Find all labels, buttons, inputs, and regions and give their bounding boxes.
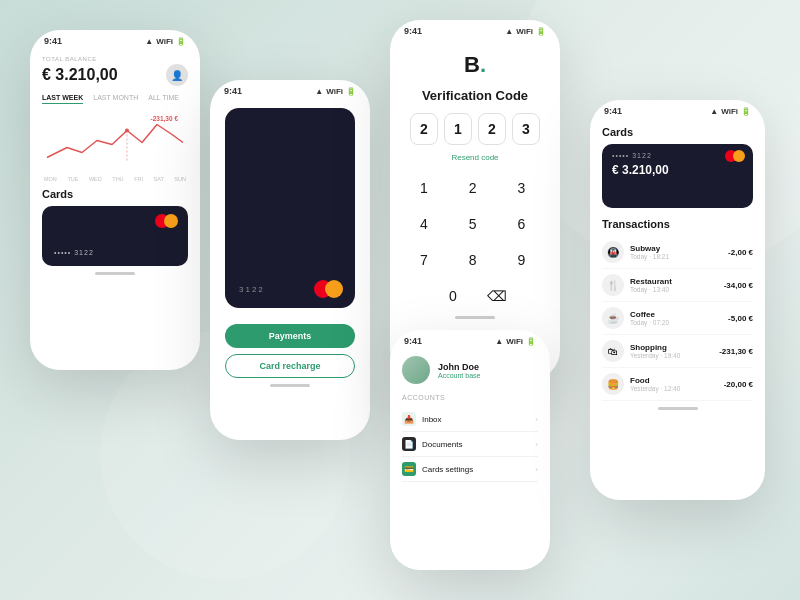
card-large-number: 3122 bbox=[239, 285, 265, 294]
numpad-5[interactable]: 5 bbox=[459, 210, 487, 238]
mastercard-logo bbox=[155, 214, 178, 228]
user-avatar[interactable]: 👤 bbox=[166, 64, 188, 86]
code-digit-2[interactable]: 1 bbox=[444, 113, 472, 145]
tab-last-week[interactable]: LAST WEEK bbox=[42, 94, 83, 104]
status-icons-2: ▲ WiFi 🔋 bbox=[315, 87, 356, 96]
numpad-3[interactable]: 3 bbox=[507, 174, 535, 202]
cards-title: Cards bbox=[42, 188, 188, 200]
txn-subway[interactable]: 🚇 Subway Today · 18:21 -2,00 € bbox=[602, 236, 753, 269]
numpad-4[interactable]: 4 bbox=[410, 210, 438, 238]
restaurant-icon: 🍴 bbox=[602, 274, 624, 296]
chart-label: -231,30 € bbox=[151, 115, 178, 122]
chevron-icon-cards: › bbox=[535, 465, 538, 474]
txn-coffee[interactable]: ☕ Coffee Today · 07:20 -5,00 € bbox=[602, 302, 753, 335]
chevron-icon-inbox: › bbox=[535, 415, 538, 424]
notch-4 bbox=[450, 330, 490, 340]
card-compact-number: ••••• 3122 bbox=[612, 152, 743, 159]
profile-info: John Doe Account base bbox=[438, 362, 480, 379]
numpad-9[interactable]: 9 bbox=[507, 246, 535, 274]
brand-logo: B. bbox=[464, 52, 486, 78]
txn-restaurant-amount: -34,00 € bbox=[724, 281, 753, 290]
card-large: 3122 bbox=[225, 108, 355, 308]
home-indicator-5 bbox=[658, 407, 698, 410]
numpad-0[interactable]: 0 bbox=[439, 282, 467, 310]
home-indicator-1 bbox=[95, 272, 135, 275]
card-number-mini: ••••• 3122 bbox=[54, 249, 176, 256]
cards-section: Cards ••••• 3122 bbox=[42, 188, 188, 266]
phone-transactions: 9:41 ▲ WiFi 🔋 Cards ••••• 3122 € 3.210,0… bbox=[590, 100, 765, 500]
chart-area: -231,30 € MON TUE WED THU FRI SAT SUN bbox=[42, 110, 188, 180]
numpad-1[interactable]: 1 bbox=[410, 174, 438, 202]
mastercard-logo-large bbox=[314, 280, 343, 298]
menu-inbox[interactable]: 📥 Inbox › bbox=[402, 407, 538, 432]
txn-subway-name: Subway bbox=[630, 244, 669, 253]
mastercard-logo-p5 bbox=[725, 150, 745, 162]
home-indicator-2 bbox=[270, 384, 310, 387]
coffee-icon: ☕ bbox=[602, 307, 624, 329]
phone-profile: 9:41 ▲ WiFi 🔋 John Doe Account base ACCO… bbox=[390, 330, 550, 570]
txn-coffee-name: Coffee bbox=[630, 310, 669, 319]
txn-subway-amount: -2,00 € bbox=[728, 248, 753, 257]
txn-restaurant-name: Restaurant bbox=[630, 277, 672, 286]
code-digit-4[interactable]: 3 bbox=[512, 113, 540, 145]
code-digit-3[interactable]: 2 bbox=[478, 113, 506, 145]
phone-card-detail: 9:41 ▲ WiFi 🔋 3122 Payments Card recharg… bbox=[210, 80, 370, 440]
home-indicator-3 bbox=[455, 316, 495, 319]
notch-2 bbox=[265, 80, 315, 94]
total-balance-label: TOTAL BALANCE bbox=[42, 56, 188, 62]
time-5: 9:41 bbox=[604, 106, 622, 116]
time-2: 9:41 bbox=[224, 86, 242, 96]
numpad-7[interactable]: 7 bbox=[410, 246, 438, 274]
documents-icon: 📄 bbox=[402, 437, 416, 451]
card-compact[interactable]: ••••• 3122 € 3.210,00 bbox=[602, 144, 753, 208]
txn-food-name: Food bbox=[630, 376, 680, 385]
txn-shopping[interactable]: 🛍 Shopping Yesterday · 19:40 -231,30 € bbox=[602, 335, 753, 368]
subway-icon: 🚇 bbox=[602, 241, 624, 263]
profile-subtitle: Account base bbox=[438, 372, 480, 379]
tab-all-time[interactable]: ALL TIME bbox=[148, 94, 179, 104]
txn-coffee-amount: -5,00 € bbox=[728, 314, 753, 323]
menu-documents-label: Documents bbox=[422, 440, 462, 449]
numpad-8[interactable]: 8 bbox=[459, 246, 487, 274]
profile-avatar bbox=[402, 356, 430, 384]
inbox-icon: 📥 bbox=[402, 412, 416, 426]
food-icon: 🍔 bbox=[602, 373, 624, 395]
time-tabs: LAST WEEK LAST MONTH ALL TIME bbox=[42, 94, 188, 104]
time-3: 9:41 bbox=[404, 26, 422, 36]
accounts-label: ACCOUNTS bbox=[402, 394, 538, 401]
menu-documents[interactable]: 📄 Documents › bbox=[402, 432, 538, 457]
time-1: 9:41 bbox=[44, 36, 62, 46]
numpad-6[interactable]: 6 bbox=[507, 210, 535, 238]
status-icons-1: ▲ WiFi 🔋 bbox=[145, 37, 186, 46]
transactions-title: Transactions bbox=[602, 218, 753, 230]
txn-shopping-name: Shopping bbox=[630, 343, 680, 352]
payments-button[interactable]: Payments bbox=[225, 324, 355, 348]
code-digit-1[interactable]: 2 bbox=[410, 113, 438, 145]
cards-settings-icon: 💳 bbox=[402, 462, 416, 476]
menu-cards-settings[interactable]: 💳 Cards settings › bbox=[402, 457, 538, 482]
card-mini[interactable]: ••••• 3122 bbox=[42, 206, 188, 266]
numpad: 1 2 3 4 5 6 7 8 9 bbox=[410, 174, 540, 274]
card-recharge-button[interactable]: Card recharge bbox=[225, 354, 355, 378]
menu-cards-settings-label: Cards settings bbox=[422, 465, 473, 474]
time-4: 9:41 bbox=[404, 336, 422, 346]
phone-verification: 9:41 ▲ WiFi 🔋 B. Verification Code 2 1 2… bbox=[390, 20, 560, 380]
resend-code-link[interactable]: Resend code bbox=[451, 153, 498, 162]
txn-restaurant[interactable]: 🍴 Restaurant Today · 13:40 -34,00 € bbox=[602, 269, 753, 302]
status-icons-3: ▲ WiFi 🔋 bbox=[505, 27, 546, 36]
status-icons-4: ▲ WiFi 🔋 bbox=[495, 337, 536, 346]
txn-food[interactable]: 🍔 Food Yesterday · 12:40 -20,00 € bbox=[602, 368, 753, 401]
numpad-bottom-row: 0 ⌫ bbox=[410, 282, 540, 310]
code-input: 2 1 2 3 bbox=[410, 113, 540, 145]
tab-last-month[interactable]: LAST MONTH bbox=[93, 94, 138, 104]
backspace-key[interactable]: ⌫ bbox=[483, 282, 511, 310]
txn-shopping-time: Yesterday · 19:40 bbox=[630, 352, 680, 359]
chart-days: MON TUE WED THU FRI SAT SUN bbox=[42, 176, 188, 182]
cards-title-p5: Cards bbox=[602, 126, 753, 138]
numpad-2[interactable]: 2 bbox=[459, 174, 487, 202]
txn-restaurant-time: Today · 13:40 bbox=[630, 286, 672, 293]
card-compact-balance: € 3.210,00 bbox=[612, 163, 743, 177]
phone-dashboard: 9:41 ▲ WiFi 🔋 TOTAL BALANCE € 3.210,00 👤… bbox=[30, 30, 200, 370]
notch-5 bbox=[653, 100, 703, 114]
profile-row: John Doe Account base bbox=[402, 356, 538, 384]
